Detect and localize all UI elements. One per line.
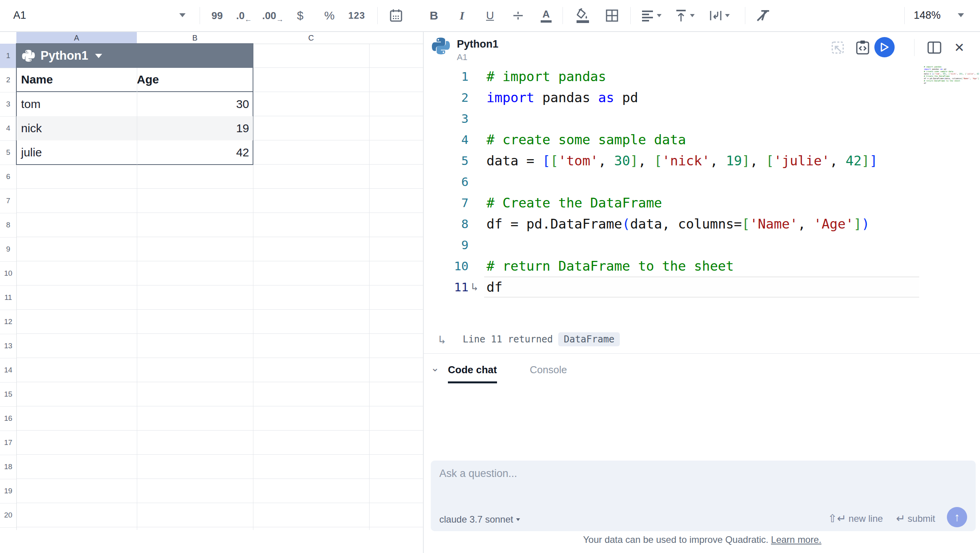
row-header-9[interactable]: 9 xyxy=(0,237,16,262)
table-row[interactable]: nick19 xyxy=(16,116,253,140)
tab-console[interactable]: Console xyxy=(530,358,567,381)
column-header-A[interactable]: A xyxy=(16,32,137,44)
table-row[interactable]: tom30 xyxy=(16,92,253,116)
row-header-12[interactable]: 12 xyxy=(0,310,16,334)
model-dropdown-icon xyxy=(516,518,520,521)
row-header-17[interactable]: 17 xyxy=(0,431,16,455)
row-header-7[interactable]: 7 xyxy=(0,189,16,213)
bottom-tabs: ⌄ Code chatConsole xyxy=(424,358,980,383)
code-line[interactable]: df = pd.DataFrame(data, columns=['Name',… xyxy=(486,213,870,234)
cell-name[interactable]: tom xyxy=(16,97,137,111)
vertical-align-button[interactable] xyxy=(671,5,699,26)
insert-cell-reference-button[interactable] xyxy=(829,39,846,56)
align-top-icon xyxy=(675,9,687,22)
borders-icon xyxy=(605,9,619,22)
column-header-C[interactable]: C xyxy=(253,32,369,44)
code-line[interactable]: # return DataFrame to the sheet xyxy=(486,255,734,276)
code-snippets-button[interactable] xyxy=(854,39,871,56)
cell-reference-box[interactable]: A1 xyxy=(0,0,200,30)
cell-name[interactable]: nick xyxy=(16,122,137,135)
row-header-4[interactable]: 4 xyxy=(0,116,16,141)
table-column-headers[interactable]: Name Age xyxy=(16,68,253,92)
column-headers: ABC xyxy=(0,32,423,44)
submit-chat-button[interactable]: ↑ xyxy=(947,507,967,527)
cell-reference-dropdown-icon[interactable] xyxy=(179,13,186,17)
code-minimap[interactable]: # import pandasimport pandas as pd# crea… xyxy=(924,66,979,108)
decrease-decimals-button[interactable]: .0← xyxy=(233,5,255,26)
row-header-8[interactable]: 8 xyxy=(0,213,16,238)
percent-format-button[interactable]: % xyxy=(320,5,339,26)
cell-name[interactable]: julie xyxy=(16,146,137,159)
close-editor-button[interactable]: ✕ xyxy=(951,39,968,56)
fill-color-icon xyxy=(575,8,591,23)
italic-button[interactable]: I xyxy=(453,5,471,26)
return-arrow-icon: ↳ xyxy=(439,333,446,346)
toggle-panel-layout-button[interactable] xyxy=(926,39,943,56)
row-header-2[interactable]: 2 xyxy=(0,68,16,92)
learn-more-link[interactable]: Learn more. xyxy=(771,534,821,545)
row-header-3[interactable]: 3 xyxy=(0,92,16,117)
row-header-14[interactable]: 14 xyxy=(0,358,16,383)
play-icon xyxy=(880,43,889,52)
keyboard-hints: ⇧↵new line↵submit xyxy=(828,512,935,525)
horizontal-align-button[interactable] xyxy=(638,5,665,26)
bold-button[interactable]: B xyxy=(425,5,443,26)
model-selector[interactable]: claude 3.7 sonnet xyxy=(439,514,520,525)
data-privacy-footer: Your data can be used to improve Quadrat… xyxy=(424,534,980,545)
row-header-19[interactable]: 19 xyxy=(0,479,16,503)
cell-age[interactable]: 42 xyxy=(137,146,253,159)
status-text: Line 11 returned xyxy=(463,334,553,345)
line-number: 9 xyxy=(430,234,469,255)
cell-age[interactable]: 19 xyxy=(137,122,253,135)
automatic-format-button[interactable]: 123 xyxy=(346,5,367,26)
code-line[interactable]: df xyxy=(486,276,502,298)
format-number-button[interactable]: 99 xyxy=(207,5,227,26)
toolbar-divider xyxy=(377,7,378,24)
python-data-table[interactable]: Python1 Name Age tom30nick19julie42 xyxy=(16,44,253,165)
code-line[interactable]: data = [['tom', 30], ['nick', 19], ['jul… xyxy=(486,150,877,171)
run-code-button[interactable] xyxy=(874,37,895,57)
row-header-15[interactable]: 15 xyxy=(0,382,16,407)
row-header-20[interactable]: 20 xyxy=(0,503,16,528)
fill-color-button[interactable] xyxy=(572,5,594,26)
increase-decimals-icon: .00 xyxy=(262,10,276,22)
chat-input-placeholder[interactable]: Ask a question... xyxy=(439,468,517,480)
spreadsheet-grid[interactable]: ABC 1234567891011121314151617181920 Pyth… xyxy=(0,32,423,530)
row-header-1[interactable]: 1 xyxy=(0,44,16,68)
tab-code-chat[interactable]: Code chat xyxy=(448,358,497,383)
row-header-13[interactable]: 13 xyxy=(0,334,16,358)
date-format-button[interactable] xyxy=(387,5,405,26)
text-wrap-button[interactable] xyxy=(706,5,734,26)
column-header-B[interactable]: B xyxy=(137,32,253,44)
text-color-button[interactable]: A xyxy=(537,5,555,26)
collapse-panel-icon[interactable]: ⌄ xyxy=(431,362,439,374)
code-line[interactable]: # create some sample data xyxy=(486,129,686,150)
code-line[interactable]: # import pandas xyxy=(486,66,606,87)
gutter-return-arrow-icon: ↳ xyxy=(471,276,478,298)
currency-format-button[interactable]: $ xyxy=(291,5,310,26)
text-wrap-dropdown-icon xyxy=(725,14,730,17)
execution-status-row: ↳ Line 11 returned DataFrame xyxy=(439,331,620,348)
toolbar-divider xyxy=(200,7,200,24)
row-header-6[interactable]: 6 xyxy=(0,165,16,189)
zoom-control[interactable]: 148% xyxy=(914,0,964,30)
row-header-18[interactable]: 18 xyxy=(0,455,16,479)
row-header-5[interactable]: 5 xyxy=(0,140,16,165)
underline-button[interactable]: U xyxy=(481,5,499,26)
line-number: 1 xyxy=(430,66,469,87)
table-header-band[interactable]: Python1 xyxy=(16,44,253,68)
code-line[interactable]: import pandas as pd xyxy=(486,87,638,108)
cell-age[interactable]: 30 xyxy=(137,97,253,111)
table-menu-icon[interactable] xyxy=(95,54,102,58)
row-header-11[interactable]: 11 xyxy=(0,285,16,310)
submit-arrow-icon: ↑ xyxy=(954,510,960,524)
ai-chat-input-box[interactable]: Ask a question... claude 3.7 sonnet ⇧↵ne… xyxy=(431,461,976,531)
row-header-16[interactable]: 16 xyxy=(0,406,16,431)
increase-decimals-button[interactable]: .00→ xyxy=(260,5,285,26)
table-row[interactable]: julie42 xyxy=(16,140,253,165)
clear-formatting-button[interactable] xyxy=(752,5,774,26)
row-header-10[interactable]: 10 xyxy=(0,261,16,286)
borders-button[interactable] xyxy=(602,5,622,26)
strikethrough-button[interactable] xyxy=(509,5,527,26)
code-line[interactable]: # Create the DataFrame xyxy=(486,192,662,213)
